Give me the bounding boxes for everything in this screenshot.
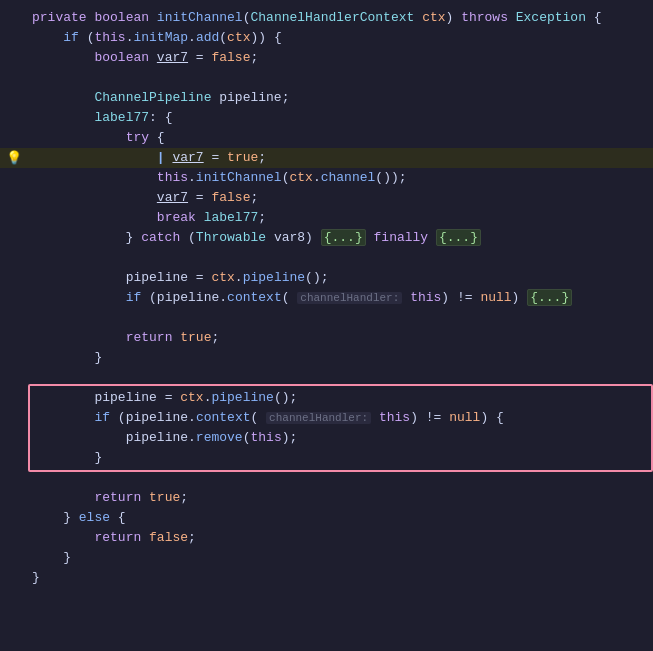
code-line: return false; [0,528,653,548]
bulb-icon[interactable]: 💡 [6,150,22,166]
code-line: } [0,548,653,568]
code-line: label77: { [0,108,653,128]
code-line: pipeline.remove(this); [0,428,653,448]
code-line: return true; [0,328,653,348]
code-text [28,248,645,268]
code-text: } else { [28,508,645,528]
code-text [28,308,645,328]
code-line: if (pipeline.context( channelHandler: th… [0,408,653,428]
code-text: boolean var7 = false; [28,48,645,68]
code-text: if (pipeline.context( channelHandler: th… [28,288,645,308]
code-line [0,368,653,388]
code-text: this.initChannel(ctx.channel()); [28,168,645,188]
code-text: if (pipeline.context( channelHandler: th… [28,408,645,428]
code-text: break label77; [28,208,645,228]
code-text: | var7 = true; [28,148,645,168]
code-text: try { [28,128,645,148]
code-text: pipeline.remove(this); [28,428,645,448]
code-text: } [28,348,645,368]
code-line: } [0,448,653,468]
red-box-section: pipeline = ctx.pipeline(); if (pipeline.… [0,388,653,468]
code-line: if (this.initMap.add(ctx)) { [0,28,653,48]
code-text: if (this.initMap.add(ctx)) { [28,28,645,48]
code-editor: private boolean initChannel(ChannelHandl… [0,0,653,651]
code-line: if (pipeline.context( channelHandler: th… [0,288,653,308]
code-line: } [0,568,653,588]
code-text: } catch (Throwable var8) {...} finally {… [28,228,645,248]
code-line: try { [0,128,653,148]
code-line: ChannelPipeline pipeline; [0,88,653,108]
code-line: } [0,348,653,368]
code-line: private boolean initChannel(ChannelHandl… [0,8,653,28]
code-text: pipeline = ctx.pipeline(); [28,388,645,408]
code-line [0,68,653,88]
code-text [28,368,645,388]
code-text: } [28,568,645,588]
code-text: } [28,448,645,468]
code-text [28,68,645,88]
code-line-highlighted: 💡 | var7 = true; [0,148,653,168]
code-text: return true; [28,328,645,348]
code-line: var7 = false; [0,188,653,208]
code-line: } else { [0,508,653,528]
code-line: this.initChannel(ctx.channel()); [0,168,653,188]
code-text: return false; [28,528,645,548]
code-text [28,468,645,488]
code-text: return true; [28,488,645,508]
code-line [0,308,653,328]
code-text: } [28,548,645,568]
code-line: return true; [0,488,653,508]
code-text: label77: { [28,108,645,128]
code-text: var7 = false; [28,188,645,208]
code-text: private boolean initChannel(ChannelHandl… [28,8,645,28]
code-line: pipeline = ctx.pipeline(); [0,388,653,408]
code-line [0,468,653,488]
code-line: pipeline = ctx.pipeline(); [0,268,653,288]
code-line [0,248,653,268]
code-text: ChannelPipeline pipeline; [28,88,645,108]
code-line: } catch (Throwable var8) {...} finally {… [0,228,653,248]
code-line: break label77; [0,208,653,228]
code-line: boolean var7 = false; [0,48,653,68]
code-text: pipeline = ctx.pipeline(); [28,268,645,288]
